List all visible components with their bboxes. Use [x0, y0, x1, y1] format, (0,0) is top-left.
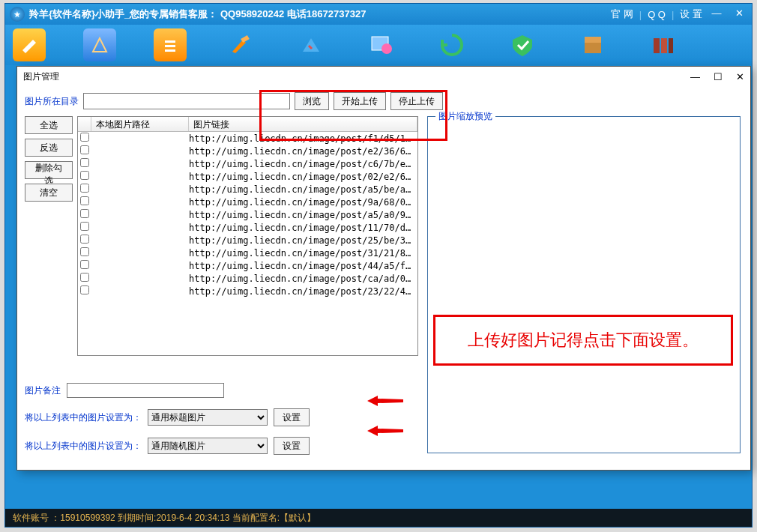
browse-button[interactable]: 浏览 — [295, 92, 329, 110]
toolbar-icon-7[interactable] — [435, 28, 468, 61]
table-row[interactable]: http://uimg.liecdn.cn/image/post/ca/ad/0… — [78, 272, 417, 285]
toolbar-icon-3[interactable] — [154, 28, 187, 61]
row-link: http://uimg.liecdn.cn/image/post/11/70/d… — [189, 223, 417, 233]
row-checkbox[interactable] — [80, 247, 89, 256]
table-row[interactable]: http://uimg.liecdn.cn/image/post/02/e2/6… — [78, 170, 417, 183]
preview-label: 图片缩放预览 — [435, 110, 495, 123]
table-row[interactable]: http://uimg.liecdn.cn/image/post/31/21/8… — [78, 247, 417, 259]
row-checkbox[interactable] — [80, 260, 89, 269]
toolbar-icon-9[interactable] — [576, 28, 609, 61]
row-checkbox[interactable] — [80, 209, 89, 218]
table-row[interactable]: http://uimg.liecdn.cn/image/post/9a/68/0… — [78, 196, 417, 208]
row-checkbox[interactable] — [80, 158, 89, 167]
row-checkbox[interactable] — [80, 273, 89, 282]
row-link: http://uimg.liecdn.cn/image/post/44/a5/f… — [189, 261, 417, 271]
set-label-2: 将以上列表中的图片设置为： — [25, 440, 142, 453]
select-all-button[interactable]: 全选 — [25, 116, 73, 134]
image-manager-dialog: 图片管理 — ☐ ✕ 图片所在目录 浏览 开始上传 停止上传 全选 反选 删除勾… — [16, 66, 751, 471]
row-checkbox[interactable] — [80, 184, 89, 193]
row-checkbox[interactable] — [80, 133, 89, 142]
row-link: http://uimg.liecdn.cn/image/post/02/e2/6… — [189, 172, 417, 182]
row-checkbox[interactable] — [80, 222, 89, 231]
toolbar-icon-1[interactable] — [13, 28, 46, 61]
toolbar-icon-4[interactable] — [224, 28, 257, 61]
start-upload-button[interactable]: 开始上传 — [334, 92, 386, 110]
svg-rect-2 — [165, 49, 175, 52]
svg-marker-11 — [367, 396, 403, 406]
main-toolbar — [5, 25, 752, 65]
nav-guanwang[interactable]: 官 网 — [611, 7, 633, 21]
toolbar-icon-2[interactable] — [83, 28, 116, 61]
status-text: 软件账号 ：15910599392 到期时间:2019-6-4 20:34:13… — [13, 512, 316, 525]
clear-button[interactable]: 清空 — [25, 184, 73, 202]
svg-marker-12 — [367, 426, 403, 436]
row-link: http://uimg.liecdn.cn/image/post/c6/7b/e… — [189, 159, 417, 169]
dialog-close-button[interactable]: ✕ — [736, 71, 744, 82]
nav-settings[interactable]: 设 置 — [680, 7, 702, 21]
table-row[interactable]: http://uimg.liecdn.cn/image/post/a5/a0/9… — [78, 208, 417, 221]
dir-input[interactable] — [83, 93, 290, 109]
col-link: 图片链接 — [189, 117, 417, 131]
table-row[interactable]: http://uimg.liecdn.cn/image/post/25/be/3… — [78, 234, 417, 247]
dialog-title: 图片管理 — [23, 70, 59, 83]
arrow-icon — [367, 396, 403, 406]
close-button[interactable]: ✕ — [731, 7, 747, 21]
toolbar-icon-8[interactable] — [506, 28, 539, 61]
svg-rect-7 — [585, 37, 601, 43]
remark-label: 图片备注 — [25, 384, 61, 397]
delete-checked-button[interactable]: 删除勾选 — [25, 161, 73, 179]
set-select-2[interactable]: 通用随机图片 — [148, 438, 268, 454]
row-checkbox[interactable] — [80, 171, 89, 180]
row-checkbox[interactable] — [80, 285, 89, 294]
table-row[interactable]: http://uimg.liecdn.cn/image/post/c6/7b/e… — [78, 157, 417, 170]
annotation-text: 上传好图片记得点击下面设置。 — [468, 329, 699, 351]
row-link: http://uimg.liecdn.cn/image/post/9a/68/0… — [189, 197, 417, 208]
remark-input[interactable] — [67, 383, 224, 398]
set-select-1[interactable]: 通用标题图片 — [148, 409, 268, 426]
set-button-2[interactable]: 设置 — [274, 437, 310, 455]
table-row[interactable]: http://uimg.liecdn.cn/image/post/11/70/d… — [78, 221, 417, 234]
svg-rect-8 — [654, 38, 660, 53]
toolbar-icon-6[interactable] — [365, 28, 398, 61]
arrow-icon — [367, 426, 403, 436]
app-title: 羚羊{软件名称}小助手_您的专属销售客服： QQ958920242 电话1867… — [29, 7, 366, 21]
image-table: 本地图片路径 图片链接 http://uimg.liecdn.cn/image/… — [77, 116, 418, 356]
nav-qq[interactable]: Q Q — [648, 9, 666, 20]
table-row[interactable]: http://uimg.liecdn.cn/image/post/23/22/4… — [78, 285, 417, 297]
stop-upload-button[interactable]: 停止上传 — [390, 92, 443, 110]
dialog-minimize-button[interactable]: — — [690, 71, 700, 82]
table-row[interactable]: http://uimg.liecdn.cn/image/post/f1/d5/1… — [78, 132, 417, 145]
row-link: http://uimg.liecdn.cn/image/post/e2/36/6… — [189, 146, 417, 157]
svg-rect-9 — [661, 38, 667, 53]
col-path: 本地图片路径 — [91, 117, 189, 131]
set-label-1: 将以上列表中的图片设置为： — [25, 411, 142, 424]
svg-rect-10 — [669, 38, 673, 53]
row-link: http://uimg.liecdn.cn/image/post/a5/be/a… — [189, 184, 417, 195]
toolbar-icon-10[interactable] — [647, 28, 680, 61]
row-checkbox[interactable] — [80, 196, 89, 205]
minimize-button[interactable]: — — [708, 7, 725, 21]
table-row[interactable]: http://uimg.liecdn.cn/image/post/a5/be/a… — [78, 183, 417, 196]
svg-rect-0 — [165, 40, 175, 43]
set-button-1[interactable]: 设置 — [274, 408, 310, 426]
row-checkbox[interactable] — [80, 145, 89, 154]
annotation-box-2: 上传好图片记得点击下面设置。 — [433, 315, 733, 366]
invert-select-button[interactable]: 反选 — [25, 139, 73, 157]
dialog-maximize-button[interactable]: ☐ — [714, 71, 723, 82]
row-link: http://uimg.liecdn.cn/image/post/23/22/4… — [189, 286, 417, 297]
row-link: http://uimg.liecdn.cn/image/post/f1/d5/1… — [189, 133, 417, 144]
row-link: http://uimg.liecdn.cn/image/post/ca/ad/0… — [189, 273, 417, 284]
row-link: http://uimg.liecdn.cn/image/post/31/21/8… — [189, 248, 417, 259]
app-logo-icon: ★ — [10, 7, 25, 22]
svg-point-5 — [381, 43, 392, 54]
status-bar: 软件账号 ：15910599392 到期时间:2019-6-4 20:34:13… — [5, 509, 752, 527]
svg-rect-1 — [165, 45, 175, 47]
dir-label: 图片所在目录 — [25, 95, 79, 108]
row-link: http://uimg.liecdn.cn/image/post/25/be/3… — [189, 235, 417, 246]
title-bar: ★ 羚羊{软件名称}小助手_您的专属销售客服： QQ958920242 电话18… — [5, 4, 752, 25]
table-row[interactable]: http://uimg.liecdn.cn/image/post/44/a5/f… — [78, 259, 417, 272]
row-checkbox[interactable] — [80, 235, 89, 244]
toolbar-icon-5[interactable] — [295, 28, 328, 61]
row-link: http://uimg.liecdn.cn/image/post/a5/a0/9… — [189, 210, 417, 220]
table-row[interactable]: http://uimg.liecdn.cn/image/post/e2/36/6… — [78, 145, 417, 157]
